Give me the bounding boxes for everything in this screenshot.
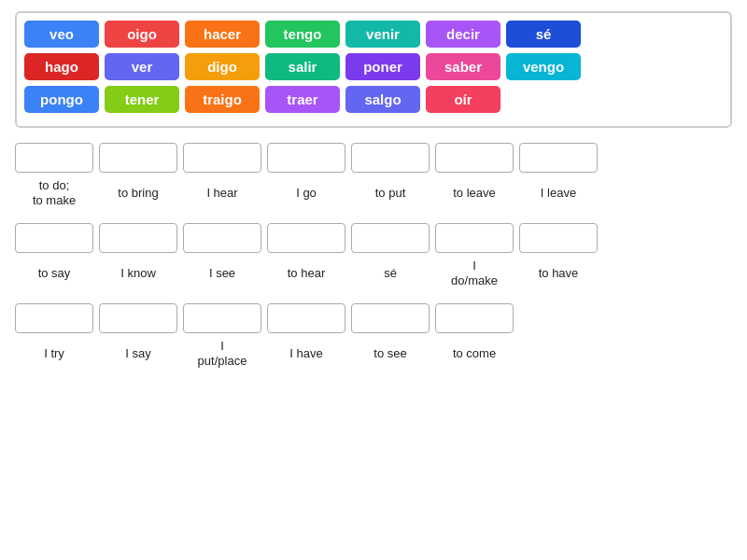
label-cell-0-0: to do;to make	[15, 176, 93, 210]
label-row-1: to sayI knowI seeto hearséIdo/maketo hav…	[15, 257, 732, 290]
label-row-2: I tryI sayIput/placeI haveto seeto come	[15, 337, 732, 371]
label-cell-0-1: to bring	[99, 176, 177, 210]
label-cell-0-5: to leave	[435, 176, 514, 210]
answer-row-1	[15, 223, 732, 253]
label-cell-0-4: to put	[351, 176, 430, 210]
word-tile-traigo[interactable]: traigo	[185, 86, 260, 113]
answer-box-0-1[interactable]	[99, 143, 177, 173]
match-section-0: to do;to maketo bringI hearI goto putto …	[15, 143, 732, 210]
answer-box-2-3[interactable]	[267, 303, 345, 333]
word-tile-traer[interactable]: traer	[265, 86, 340, 113]
answer-box-2-2[interactable]	[183, 303, 261, 333]
word-tile-salir[interactable]: salir	[265, 53, 340, 80]
answer-box-1-5[interactable]	[435, 223, 514, 253]
label-cell-2-3: I have	[267, 337, 345, 371]
word-bank-row-2: pongotenertraigotraersalgooír	[24, 86, 723, 113]
word-tile-hacer[interactable]: hacer	[185, 21, 260, 48]
word-tile-sé[interactable]: sé	[506, 21, 581, 48]
answer-box-2-0[interactable]	[15, 303, 93, 333]
label-cell-0-2: I hear	[183, 176, 261, 210]
answer-box-2-1[interactable]	[99, 303, 177, 333]
answer-box-1-6[interactable]	[519, 223, 598, 253]
word-tile-saber[interactable]: saber	[426, 53, 500, 80]
answer-box-1-3[interactable]	[267, 223, 345, 253]
word-tile-poner[interactable]: poner	[345, 53, 420, 80]
word-tile-ver[interactable]: ver	[105, 53, 179, 80]
answer-box-0-3[interactable]	[267, 143, 345, 173]
label-cell-1-3: to hear	[267, 257, 345, 290]
label-cell-1-4: sé	[351, 257, 430, 290]
answer-box-0-6[interactable]	[519, 143, 598, 173]
word-bank-row-1: hagoverdigosalirponersabervengo	[24, 53, 723, 80]
label-cell-2-5: to come	[435, 337, 514, 371]
match-section-1: to sayI knowI seeto hearséIdo/maketo hav…	[15, 223, 732, 290]
word-tile-vengo[interactable]: vengo	[506, 53, 581, 80]
answer-box-0-2[interactable]	[183, 143, 261, 173]
answer-row-2	[15, 303, 732, 333]
answer-box-1-2[interactable]	[183, 223, 261, 253]
answer-box-0-5[interactable]	[435, 143, 514, 173]
answer-box-1-4[interactable]	[351, 223, 430, 253]
label-cell-2-0: I try	[15, 337, 93, 371]
word-tile-tengo[interactable]: tengo	[265, 21, 340, 48]
label-cell-2-1: I say	[99, 337, 177, 371]
word-tile-veo[interactable]: veo	[24, 21, 99, 48]
word-tile-tener[interactable]: tener	[105, 86, 179, 113]
word-tile-hago[interactable]: hago	[24, 53, 99, 80]
main-container: veooigohacertengovenirdecirséhagoverdigo…	[0, 0, 747, 395]
word-bank-row-0: veooigohacertengovenirdecirsé	[24, 21, 723, 48]
answer-box-2-5[interactable]	[435, 303, 514, 333]
match-section-2: I tryI sayIput/placeI haveto seeto come	[15, 303, 732, 371]
word-tile-digo[interactable]: digo	[185, 53, 260, 80]
label-cell-1-6: to have	[519, 257, 598, 290]
label-cell-0-3: I go	[267, 176, 345, 210]
answer-box-1-0[interactable]	[15, 223, 93, 253]
label-row-0: to do;to maketo bringI hearI goto putto …	[15, 176, 732, 210]
answer-box-0-4[interactable]	[351, 143, 430, 173]
word-tile-decir[interactable]: decir	[426, 21, 500, 48]
word-tile-oír[interactable]: oír	[426, 86, 500, 113]
label-cell-1-0: to say	[15, 257, 93, 290]
label-cell-2-4: to see	[351, 337, 430, 371]
word-tile-oigo[interactable]: oigo	[105, 21, 179, 48]
label-cell-1-5: Ido/make	[435, 257, 514, 290]
word-tile-venir[interactable]: venir	[345, 21, 420, 48]
answer-box-1-1[interactable]	[99, 223, 177, 253]
word-tile-salgo[interactable]: salgo	[345, 86, 420, 113]
label-cell-2-2: Iput/place	[183, 337, 261, 371]
word-bank: veooigohacertengovenirdecirséhagoverdigo…	[15, 11, 732, 128]
answer-box-0-0[interactable]	[15, 143, 93, 173]
label-cell-1-1: I know	[99, 257, 177, 290]
label-cell-0-6: I leave	[519, 176, 598, 210]
answer-row-0	[15, 143, 732, 173]
answer-box-2-4[interactable]	[351, 303, 430, 333]
word-tile-pongo[interactable]: pongo	[24, 86, 99, 113]
label-cell-1-2: I see	[183, 257, 261, 290]
